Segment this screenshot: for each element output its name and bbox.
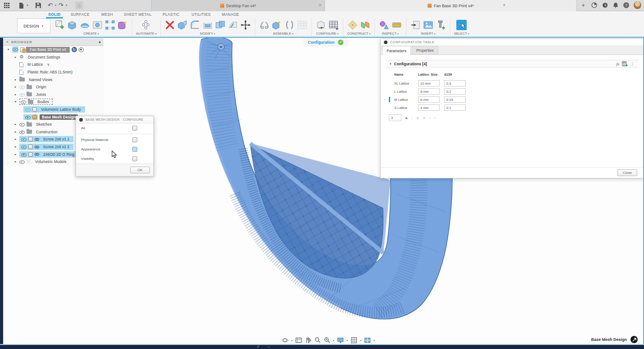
- lattice-size-input[interactable]: 8 mm: [418, 88, 440, 95]
- move-copy-icon[interactable]: [240, 19, 251, 31]
- expand-arrow-icon[interactable]: ▸: [14, 55, 18, 59]
- tab-plastic[interactable]: PLASTIC: [155, 12, 187, 18]
- tree-row-joints[interactable]: ▸ Joints: [4, 91, 104, 99]
- visibility-eye-icon[interactable]: [19, 122, 25, 127]
- press-pull-icon[interactable]: [177, 19, 188, 31]
- tab-solid[interactable]: SOLID: [43, 12, 66, 18]
- tree-row-named-views[interactable]: ▸ Named Views: [4, 76, 104, 83]
- configuration-badge[interactable]: Configuration ✓: [304, 38, 347, 46]
- ok-button[interactable]: OK: [130, 167, 150, 173]
- group-label[interactable]: MODIFY: [200, 32, 215, 36]
- close-button[interactable]: Close: [617, 169, 637, 176]
- notifications-bell-icon[interactable]: [612, 2, 619, 9]
- file-menu-caret-icon[interactable]: ▼: [26, 4, 29, 7]
- collapse-browser-icon[interactable]: «: [6, 40, 9, 44]
- measure-icon[interactable]: [378, 19, 390, 31]
- tree-label[interactable]: Bodies: [35, 99, 51, 104]
- section-collapse-icon[interactable]: ▾: [390, 62, 392, 66]
- fx-parameters-icon[interactable]: fx: [617, 62, 620, 66]
- tree-label[interactable]: Named Views: [27, 77, 54, 82]
- insert-fastener-icon[interactable]: [435, 19, 446, 31]
- group-label[interactable]: CONSTRUCT: [347, 32, 370, 36]
- viewports-icon[interactable]: [364, 337, 371, 344]
- config-name[interactable]: XL Lattice: [389, 82, 418, 86]
- joint-icon[interactable]: [284, 19, 295, 31]
- column-header-d159[interactable]: d159: [444, 73, 470, 77]
- visibility-eye-icon[interactable]: [19, 85, 25, 89]
- configuration-state-icon[interactable]: ↻: [72, 47, 77, 52]
- expand-arrow-icon[interactable]: ▸: [14, 93, 18, 96]
- group-label[interactable]: ASSEMBLE: [273, 32, 293, 36]
- hole-icon[interactable]: [92, 19, 103, 31]
- dialog-header[interactable]: BASE MESH DESIGN : CONFIGURE: [76, 116, 153, 123]
- new-tab-icon[interactable]: +: [580, 2, 586, 9]
- display-caret-icon[interactable]: ▾: [347, 339, 348, 342]
- tree-label[interactable]: Construction: [34, 129, 60, 135]
- group-label[interactable]: INSPECT: [382, 32, 399, 36]
- visibility-eye-icon[interactable]: [21, 100, 26, 104]
- tab-properties[interactable]: Properties: [412, 46, 438, 54]
- workspace-selector[interactable]: DESIGN ▼: [17, 18, 50, 33]
- chevron-down-icon[interactable]: ∨: [47, 63, 50, 67]
- group-label[interactable]: SELECT: [454, 32, 469, 36]
- configuration-table-icon[interactable]: [328, 19, 339, 31]
- visibility-eye-icon[interactable]: [21, 145, 27, 149]
- pan-hand-icon[interactable]: [305, 337, 311, 344]
- tree-label[interactable]: Volumetric Models: [33, 159, 68, 164]
- lattice-size-input[interactable]: 4 mm: [418, 104, 440, 111]
- look-at-icon[interactable]: [295, 337, 302, 344]
- expand-arrow-icon[interactable]: ▸: [14, 122, 18, 126]
- tree-label[interactable]: Origin: [34, 84, 49, 90]
- close-tab-icon[interactable]: ×: [319, 3, 321, 8]
- zoom-window-icon[interactable]: [324, 337, 330, 344]
- zoom-icon[interactable]: [314, 337, 321, 344]
- visibility-eye-icon[interactable]: [12, 46, 18, 53]
- extensions-icon[interactable]: [591, 2, 597, 9]
- expand-arrow-icon[interactable]: ▸: [14, 145, 18, 149]
- expand-arrow-icon[interactable]: ▾: [6, 48, 10, 51]
- construct-plane-icon[interactable]: [347, 19, 358, 31]
- new-component-icon[interactable]: [271, 19, 283, 31]
- tree-label[interactable]: Fan Base 3D Print v4: [26, 47, 70, 53]
- tree-row-m-lattice[interactable]: M Lattice ∨: [4, 61, 104, 68]
- table-row[interactable]: S Lattice 4 mm 0.1: [389, 104, 638, 112]
- expand-arrow-icon[interactable]: ▸: [14, 137, 18, 141]
- ruler-icon[interactable]: [391, 19, 402, 31]
- tab-surface[interactable]: SURFACE: [66, 12, 94, 18]
- config-name[interactable]: S Lattice: [389, 106, 418, 110]
- display-settings-icon[interactable]: [337, 337, 344, 344]
- expand-arrow-icon[interactable]: ▸: [14, 160, 18, 163]
- lattice-size-input[interactable]: 6 mm: [418, 96, 440, 103]
- tab-parameters[interactable]: Parameters: [382, 46, 411, 55]
- visibility-eye-icon[interactable]: [19, 159, 25, 164]
- create-form-icon[interactable]: [117, 19, 128, 31]
- expand-arrow-icon[interactable]: ▾: [14, 100, 18, 104]
- revolve-icon[interactable]: [79, 19, 90, 31]
- visibility-eye-icon[interactable]: [21, 137, 27, 141]
- visibility-eye-icon[interactable]: [19, 92, 25, 97]
- select-icon[interactable]: [456, 19, 467, 31]
- file-menu-icon[interactable]: [18, 2, 24, 9]
- group-label[interactable]: CREATE: [83, 32, 99, 36]
- close-tab-icon[interactable]: ×: [503, 3, 505, 8]
- visibility-eye-icon[interactable]: [21, 152, 27, 157]
- undo-caret-icon[interactable]: ▼: [54, 4, 57, 7]
- automate-icon[interactable]: [140, 19, 152, 31]
- timeline-strip[interactable]: ⁄⁄⁄ —: [0, 345, 644, 349]
- browser-pin-icon[interactable]: ●: [99, 40, 101, 44]
- tree-label[interactable]: Volumetric Lattice Body: [39, 107, 83, 112]
- page-prev-icon[interactable]: ‹: [429, 116, 431, 120]
- viewports-caret-icon[interactable]: ▾: [374, 339, 375, 342]
- expand-arrow-icon[interactable]: ▸: [14, 78, 18, 82]
- app-grid-icon[interactable]: [4, 2, 10, 9]
- create-sketch-icon[interactable]: [54, 19, 65, 31]
- table-row[interactable]: L Lattice 8 mm 0.2: [389, 87, 638, 95]
- tab-manage[interactable]: MANAGE: [216, 12, 245, 18]
- appearance-checkbox[interactable]: [132, 147, 137, 152]
- d159-input[interactable]: 0.3: [444, 80, 466, 86]
- tab-utilities[interactable]: UTILITIES: [187, 12, 216, 18]
- visibility-checkbox[interactable]: [132, 156, 137, 161]
- lattice-size-input[interactable]: 10 mm: [418, 80, 440, 86]
- visibility-eye-icon[interactable]: [25, 115, 31, 119]
- activate-radio-icon[interactable]: [79, 47, 84, 52]
